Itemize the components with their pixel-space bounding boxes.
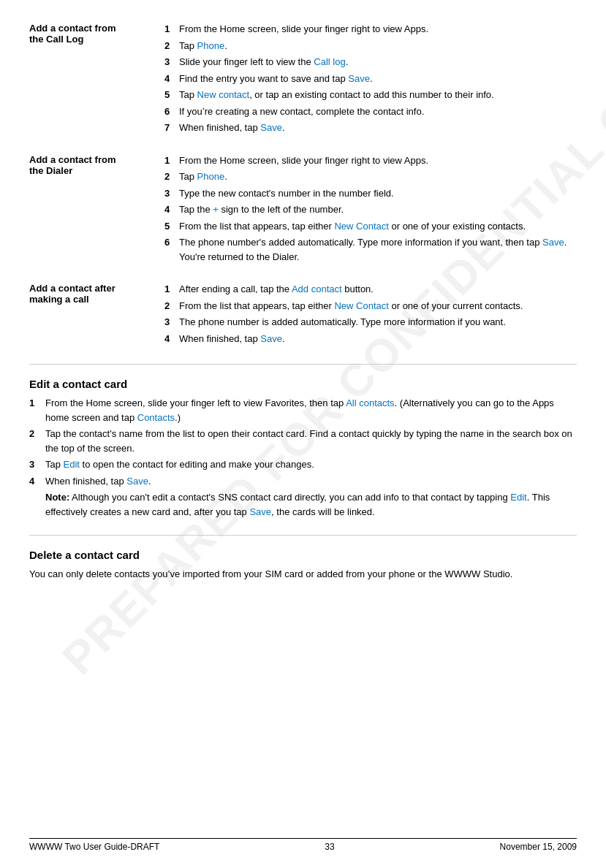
list-item-note: Note: Although you can't edit a contact'… — [29, 490, 577, 519]
section-dialer-label: Add a contact from the Dialer — [29, 153, 164, 267]
list-item: 4 Tap the + sign to the left of the numb… — [164, 202, 577, 217]
contacts-link[interactable]: Contacts — [137, 412, 175, 423]
list-item: 2 Tap Phone. — [164, 39, 577, 53]
add-contact-link[interactable]: Add contact — [292, 283, 342, 294]
list-item: 6 The phone number's added automatically… — [164, 235, 577, 264]
list-item: 3 The phone number is added automaticall… — [164, 315, 577, 330]
section-delete-contact: Delete a contact card You can only delet… — [29, 549, 577, 582]
list-item: 3 Tap Edit to open the contact for editi… — [29, 457, 577, 472]
section-call-log: Add a contact from the Call Log 1 From t… — [29, 22, 577, 137]
list-item: 2 Tap Phone. — [164, 170, 577, 184]
section-call-log-list: 1 From the Home screen, slide your finge… — [164, 22, 577, 137]
content: Add a contact from the Call Log 1 From t… — [29, 22, 577, 582]
divider-1 — [29, 364, 577, 365]
save-link-5[interactable]: Save — [126, 476, 148, 487]
list-item: 2 Tap the contact's name from the list t… — [29, 427, 577, 455]
edit-contact-title: Edit a contact card — [29, 378, 577, 390]
footer-page-number: 33 — [325, 842, 334, 852]
list-item: 4 When finished, tap Save. — [29, 474, 577, 489]
list-item: 1 From the Home screen, slide your finge… — [164, 22, 577, 37]
footer-right: November 15, 2009 — [500, 842, 577, 852]
save-link-1[interactable]: Save — [348, 73, 370, 84]
list-item: 2 From the list that appears, tap either… — [164, 299, 577, 313]
list-item: 3 Slide your finger left to view the Cal… — [164, 55, 577, 69]
phone-link-1[interactable]: Phone — [197, 40, 225, 51]
page: PREPARED FOR CONFIDENTIAL CERTIFICATION … — [0, 0, 606, 868]
call-log-link[interactable]: Call log — [314, 56, 345, 67]
new-contact-link-1[interactable]: New contact — [197, 89, 250, 100]
footer: WWWW Two User Guide-DRAFT 33 November 15… — [29, 838, 577, 852]
section-call-log-label: Add a contact from the Call Log — [29, 22, 164, 137]
list-item: 1 From the Home screen, slide your finge… — [164, 153, 577, 168]
section-after-call-list: 1 After ending a call, tap the Add conta… — [164, 282, 577, 348]
section-edit-contact: Edit a contact card 1 From the Home scre… — [29, 378, 577, 519]
delete-contact-title: Delete a contact card — [29, 549, 577, 561]
new-contact-link-2[interactable]: New Contact — [334, 221, 388, 232]
list-item: 5 From the list that appears, tap either… — [164, 219, 577, 234]
edit-link-1[interactable]: Edit — [64, 459, 80, 470]
list-item: 1 From the Home screen, slide your finge… — [29, 396, 577, 425]
note-label: Note: — [45, 492, 69, 503]
list-item: 5 Tap New contact, or tap an existing co… — [164, 88, 577, 102]
save-link-4[interactable]: Save — [260, 333, 282, 344]
section-after-call: Add a contact after making a call 1 Afte… — [29, 282, 577, 348]
save-link-6[interactable]: Save — [249, 506, 271, 517]
edit-link-2[interactable]: Edit — [510, 492, 526, 503]
section-dialer: Add a contact from the Dialer 1 From the… — [29, 153, 577, 267]
save-link-3[interactable]: Save — [542, 237, 564, 248]
list-item: 1 After ending a call, tap the Add conta… — [164, 282, 577, 297]
delete-contact-text: You can only delete contacts you’ve impo… — [29, 567, 577, 582]
new-contact-link-3[interactable]: New Contact — [334, 300, 388, 311]
plus-link[interactable]: + — [213, 204, 219, 215]
save-link-2[interactable]: Save — [260, 122, 282, 133]
list-item: 7 When finished, tap Save. — [164, 121, 577, 135]
divider-2 — [29, 535, 577, 536]
list-item: 6 If you’re creating a new contact, comp… — [164, 104, 577, 119]
list-item: 4 Find the entry you want to save and ta… — [164, 72, 577, 86]
all-contacts-link[interactable]: All contacts — [346, 397, 394, 408]
list-item: 4 When finished, tap Save. — [164, 332, 577, 346]
section-dialer-list: 1 From the Home screen, slide your finge… — [164, 153, 577, 267]
list-item: 3 Type the new contact's number in the n… — [164, 186, 577, 201]
phone-link-2[interactable]: Phone — [197, 171, 225, 182]
section-after-call-label: Add a contact after making a call — [29, 282, 164, 348]
footer-left: WWWW Two User Guide-DRAFT — [29, 842, 159, 852]
